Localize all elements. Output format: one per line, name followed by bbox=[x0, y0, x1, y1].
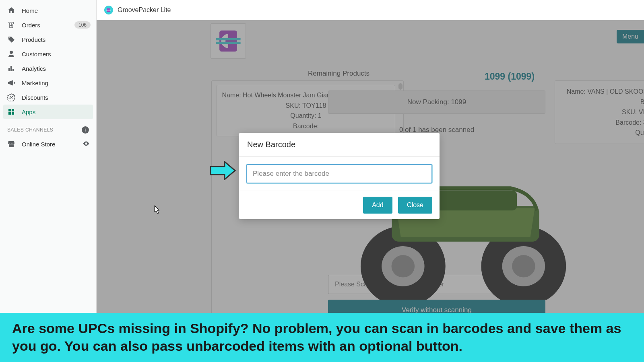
product-name: Name: VANS | OLD SKOOL (BUTTERFLY) TRUE … bbox=[560, 86, 644, 107]
nav-label: Apps bbox=[22, 109, 35, 115]
nav-customers[interactable]: Customers bbox=[0, 47, 96, 61]
orders-icon bbox=[7, 21, 15, 29]
nav-label: Discounts bbox=[22, 94, 48, 101]
nav-label: Orders bbox=[22, 22, 40, 29]
add-channel-icon[interactable]: + bbox=[82, 126, 89, 134]
nav-label: Products bbox=[22, 36, 45, 43]
product-qty: Quantity: 1 bbox=[560, 128, 644, 138]
new-barcode-modal: New Barcode Add Close bbox=[239, 133, 440, 219]
section-label: SALES CHANNELS bbox=[7, 127, 53, 133]
orders-badge: 106 bbox=[74, 21, 91, 29]
nav-label: Home bbox=[22, 7, 38, 14]
nav-discounts[interactable]: Discounts bbox=[0, 90, 96, 105]
product-sku: SKU: VN-08-white-4 bbox=[560, 107, 644, 117]
app-title: GroovePacker Lite bbox=[118, 6, 171, 14]
nav-online-store[interactable]: Online Store bbox=[0, 137, 96, 151]
scanned-product-card[interactable]: Name: VANS | OLD SKOOL (BUTTERFLY) TRUE … bbox=[555, 80, 644, 144]
nav-home[interactable]: Home bbox=[0, 3, 96, 18]
caption-bar: Are some UPCs missing in Shopify? No pro… bbox=[0, 313, 644, 362]
app-logo-icon bbox=[104, 5, 114, 15]
close-button[interactable]: Close bbox=[398, 197, 432, 214]
analytics-icon bbox=[7, 64, 15, 72]
app-header: GroovePacker Lite bbox=[97, 0, 644, 20]
nav-label: Marketing bbox=[22, 80, 48, 86]
arrow-icon bbox=[210, 161, 236, 180]
nav-label: Online Store bbox=[22, 141, 55, 148]
nav-marketing[interactable]: Marketing bbox=[0, 76, 96, 90]
sales-channels-header: SALES CHANNELS + bbox=[0, 119, 96, 137]
nav-apps[interactable]: Apps bbox=[3, 105, 93, 119]
modal-title: New Barcode bbox=[239, 133, 440, 157]
scrollbar-thumb[interactable] bbox=[398, 83, 402, 90]
svg-rect-3 bbox=[216, 42, 240, 44]
barcode-input[interactable] bbox=[246, 164, 432, 183]
discount-icon bbox=[7, 93, 15, 101]
sidebar: Home Orders 106 Products Customers Analy… bbox=[0, 0, 97, 362]
nav-label: Customers bbox=[22, 51, 51, 58]
store-icon bbox=[7, 140, 15, 148]
person-icon bbox=[7, 50, 15, 58]
menu-button[interactable]: Menu bbox=[617, 30, 644, 43]
nav-orders[interactable]: Orders 106 bbox=[0, 18, 96, 32]
remaining-title: Remaining Products bbox=[308, 70, 369, 78]
nav-products[interactable]: Products bbox=[0, 32, 96, 47]
order-number: 1099 (1099) bbox=[485, 71, 535, 82]
megaphone-icon bbox=[7, 79, 15, 87]
nav-analytics[interactable]: Analytics bbox=[0, 61, 96, 76]
now-packing-box: Now Packing: 1099 bbox=[328, 90, 545, 114]
product-barcode: Barcode: 360789147369 bbox=[560, 117, 644, 128]
add-button[interactable]: Add bbox=[363, 197, 392, 214]
apps-icon bbox=[7, 108, 15, 116]
eye-icon[interactable] bbox=[83, 140, 90, 148]
home-icon bbox=[7, 6, 15, 14]
groovepacker-logo bbox=[211, 23, 246, 59]
tag-icon bbox=[7, 35, 15, 43]
svg-point-9 bbox=[512, 255, 535, 277]
svg-point-6 bbox=[391, 255, 415, 277]
svg-rect-2 bbox=[216, 38, 240, 40]
nav-label: Analytics bbox=[22, 65, 46, 72]
